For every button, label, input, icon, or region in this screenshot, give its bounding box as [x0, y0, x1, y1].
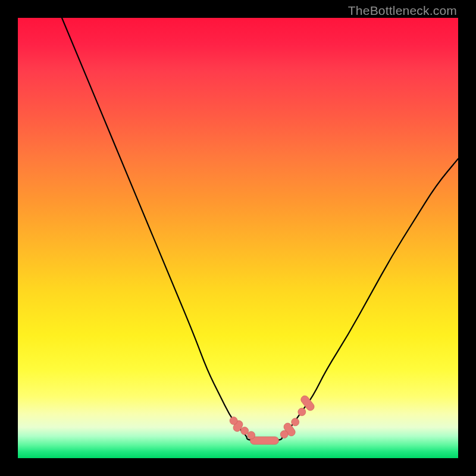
dot-marker	[248, 431, 255, 439]
dot-marker	[298, 408, 306, 416]
bottleneck-curve	[62, 18, 458, 440]
dot-marker	[280, 431, 288, 439]
plot-area	[18, 18, 458, 458]
dot-marker	[230, 417, 237, 425]
dot-marker	[241, 427, 249, 435]
chart-frame: TheBottleneck.com	[0, 0, 476, 476]
pill-marker	[250, 437, 278, 444]
curve-layer	[18, 18, 458, 458]
dot-marker	[292, 418, 299, 426]
watermark-text: TheBottleneck.com	[348, 4, 457, 18]
